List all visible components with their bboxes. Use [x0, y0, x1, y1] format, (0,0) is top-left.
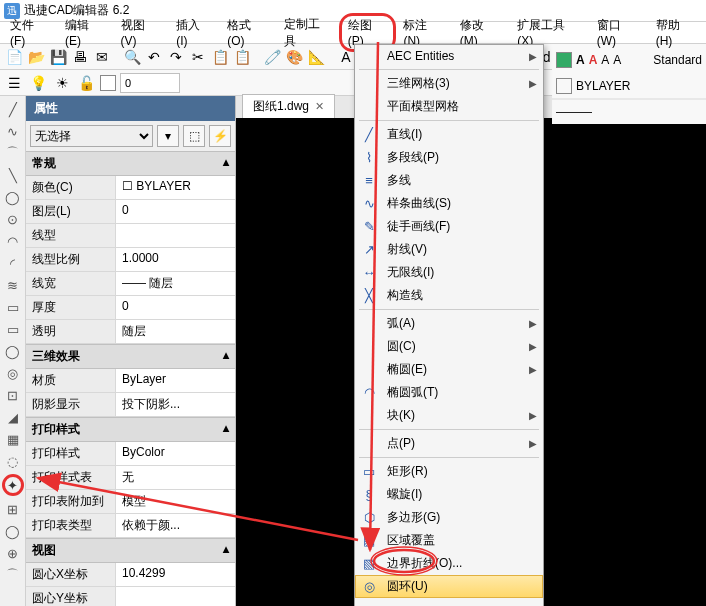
menu-item[interactable]: 圆(C)▶ — [355, 335, 543, 358]
left-tool-12[interactable]: ◎ — [4, 364, 22, 382]
menu-item[interactable]: ╱直线(I) — [355, 123, 543, 146]
left-tool-4[interactable]: ◯ — [4, 188, 22, 206]
prop-value[interactable] — [116, 224, 235, 247]
menu-2[interactable]: 视图(V) — [113, 14, 169, 51]
property-row[interactable]: 材质ByLayer — [26, 369, 235, 393]
left-tool-15[interactable]: ▦ — [4, 430, 22, 448]
menu-item[interactable]: AEC Entities▶ — [355, 45, 543, 67]
tb1-btn-13[interactable]: 📐 — [306, 47, 326, 67]
menu-1[interactable]: 编辑(E) — [57, 14, 113, 51]
menu-item[interactable]: ▧边界折线(O)... — [355, 552, 543, 575]
layers-icon[interactable]: ☰ — [4, 73, 24, 93]
menu-item[interactable]: ≡多线 — [355, 169, 543, 192]
menu-item[interactable]: ◎圆环(U) — [355, 575, 543, 598]
menu-4[interactable]: 格式(O) — [219, 14, 276, 51]
tb1-btn-2[interactable]: 💾 — [48, 47, 68, 67]
left-tool-14[interactable]: ◢ — [4, 408, 22, 426]
property-row[interactable]: 线型 — [26, 224, 235, 248]
selection-dropdown[interactable]: 无选择 — [30, 125, 153, 147]
property-row[interactable]: 透明随层 — [26, 320, 235, 344]
prop-value[interactable]: 投下阴影... — [116, 393, 235, 416]
left-tool-16[interactable]: ◌ — [4, 452, 22, 470]
tb1-btn-0[interactable]: 📄 — [4, 47, 24, 67]
tb1-btn-11[interactable]: 🧷 — [262, 47, 282, 67]
section-header[interactable]: 视图▴ — [26, 538, 235, 563]
prop-value[interactable]: ☐ BYLAYER — [116, 176, 235, 199]
prop-value[interactable]: 10.4299 — [116, 563, 235, 586]
tb1-btn-8[interactable]: ✂ — [188, 47, 208, 67]
left-tool-11[interactable]: ◯ — [4, 342, 22, 360]
left-tool-8[interactable]: ≋ — [4, 276, 22, 294]
tb1-btn-6[interactable]: ↶ — [144, 47, 164, 67]
tb1-btn-10[interactable]: 📋 — [232, 47, 252, 67]
text-style-a-icon[interactable]: A — [601, 53, 609, 67]
property-row[interactable]: 圆心Y坐标 — [26, 587, 235, 606]
menu-item[interactable]: ▨区域覆盖 — [355, 529, 543, 552]
prop-value[interactable]: —— 随层 — [116, 272, 235, 295]
close-icon[interactable]: ✕ — [315, 100, 324, 113]
layer-name-input[interactable] — [120, 73, 180, 93]
menu-item[interactable]: ✎徒手画线(F) — [355, 215, 543, 238]
left-tool-1[interactable]: ∿ — [4, 122, 22, 140]
tb1-btn-4[interactable]: ✉ — [92, 47, 112, 67]
tb1-btn-7[interactable]: ↷ — [166, 47, 186, 67]
menu-item[interactable]: 椭圆(E)▶ — [355, 358, 543, 381]
left-tool-20[interactable]: ⊕ — [4, 544, 22, 562]
left-tool-9[interactable]: ▭ — [4, 298, 22, 316]
menu-10[interactable]: 窗口(W) — [589, 14, 648, 51]
menu-item[interactable]: ↔无限线(I) — [355, 261, 543, 284]
tb1-btn-1[interactable]: 📂 — [26, 47, 46, 67]
prop-value[interactable]: 0 — [116, 296, 235, 319]
filter-icon[interactable]: ▾ — [157, 125, 179, 147]
prop-value[interactable]: ByColor — [116, 442, 235, 465]
pick-icon[interactable]: ⬚ — [183, 125, 205, 147]
menu-item[interactable]: ⬡多边形(G) — [355, 506, 543, 529]
prop-value[interactable]: 随层 — [116, 320, 235, 343]
menu-item[interactable]: ∿样条曲线(S) — [355, 192, 543, 215]
menu-item[interactable]: 三维网格(3)▶ — [355, 72, 543, 95]
property-row[interactable]: 打印样式ByColor — [26, 442, 235, 466]
menu-item[interactable]: 平面模型网格 — [355, 95, 543, 118]
left-tool-19[interactable]: ◯ — [4, 522, 22, 540]
layer-color-swatch[interactable] — [100, 75, 116, 91]
document-tab[interactable]: 图纸1.dwg ✕ — [242, 94, 335, 118]
section-header[interactable]: 三维效果▴ — [26, 344, 235, 369]
left-tool-6[interactable]: ◠ — [4, 232, 22, 250]
property-row[interactable]: 线型比例1.0000 — [26, 248, 235, 272]
left-tool-7[interactable]: ◜ — [4, 254, 22, 272]
left-tool-13[interactable]: ⊡ — [4, 386, 22, 404]
property-row[interactable]: 阴影显示投下阴影... — [26, 393, 235, 417]
tb1-btn-12[interactable]: 🎨 — [284, 47, 304, 67]
tb1-btn-5[interactable]: 🔍 — [122, 47, 142, 67]
property-row[interactable]: 打印表附加到模型 — [26, 490, 235, 514]
left-tool-3[interactable]: ╲ — [4, 166, 22, 184]
left-tool-10[interactable]: ▭ — [4, 320, 22, 338]
property-row[interactable]: 线宽—— 随层 — [26, 272, 235, 296]
menu-0[interactable]: 文件(F) — [2, 14, 57, 51]
left-tool-18[interactable]: ⊞ — [4, 500, 22, 518]
property-row[interactable]: 颜色(C)☐ BYLAYER — [26, 176, 235, 200]
menu-item[interactable]: 点(P)▶ — [355, 432, 543, 455]
sun-icon[interactable]: ☀ — [52, 73, 72, 93]
prop-value[interactable]: 模型 — [116, 490, 235, 513]
section-header[interactable]: 打印样式▴ — [26, 417, 235, 442]
prop-value[interactable]: 1.0000 — [116, 248, 235, 271]
bulb-icon[interactable]: 💡 — [28, 73, 48, 93]
menu-11[interactable]: 帮助(H) — [648, 14, 704, 51]
menu-item[interactable]: ↗射线(V) — [355, 238, 543, 261]
left-tool-0[interactable]: ╱ — [4, 100, 22, 118]
menu-3[interactable]: 插入(I) — [168, 14, 219, 51]
prop-value[interactable]: 0 — [116, 200, 235, 223]
left-tool-21[interactable]: ⌒ — [4, 566, 22, 584]
section-header[interactable]: 常规▴ — [26, 151, 235, 176]
property-row[interactable]: 厚度0 — [26, 296, 235, 320]
quick-icon[interactable]: ⚡ — [209, 125, 231, 147]
prop-value[interactable]: ByLayer — [116, 369, 235, 392]
menu-item[interactable]: 块(K)▶ — [355, 404, 543, 427]
menu-item[interactable]: 弧(A)▶ — [355, 312, 543, 335]
property-row[interactable]: 圆心X坐标10.4299 — [26, 563, 235, 587]
prop-value[interactable]: 无 — [116, 466, 235, 489]
property-row[interactable]: 打印表类型依赖于颜... — [26, 514, 235, 538]
left-tool-5[interactable]: ⊙ — [4, 210, 22, 228]
menu-item[interactable]: ╳构造线 — [355, 284, 543, 307]
